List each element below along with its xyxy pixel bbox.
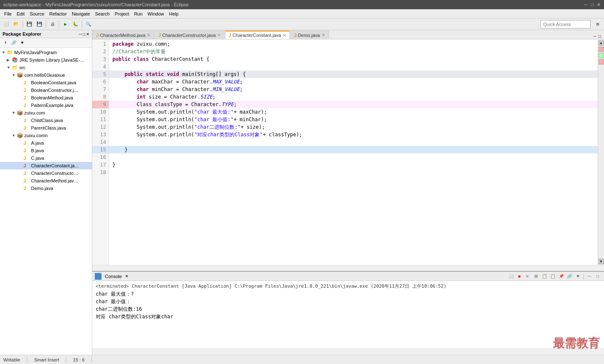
pe-close-icon[interactable]: ✕ (86, 32, 89, 36)
print-btn[interactable]: 🖨 (48, 20, 57, 29)
menu-item-edit[interactable]: Edit (14, 10, 27, 17)
code-line-15: } (109, 146, 598, 153)
rs-btn-bottom[interactable]: ▼ (599, 259, 604, 264)
tree-item-pkg-com[interactable]: ▼ 📦 com.hello01kuaixue (0, 71, 92, 79)
menu-bar: FileEditSourceRefactorNavigateSearchProj… (0, 9, 604, 18)
tree-item-CharacterConstant[interactable]: J CharacterConstant.ja… (0, 162, 92, 169)
tree-item-Demo[interactable]: J Demo.java (0, 185, 92, 192)
maximize-btn[interactable]: □ (591, 2, 594, 8)
tree-item-C[interactable]: J C.java (0, 154, 92, 162)
menu-item-project[interactable]: Project (112, 10, 131, 17)
tab-label-cm: CharacterMethod.java (100, 33, 145, 38)
code-line-4 (109, 63, 598, 70)
line-8: 8 (92, 93, 109, 101)
link-editor-btn[interactable]: 🔗 (10, 39, 18, 47)
console-terminated-text: <terminated> CharacterConstant [Java App… (96, 283, 601, 290)
new-btn[interactable]: ⬜ (2, 20, 11, 29)
editor-minimize-icon[interactable]: ─ (592, 34, 597, 39)
console-min-btn[interactable]: ─ (586, 273, 593, 280)
save-btn[interactable]: 💾 (25, 20, 34, 29)
quick-access-input[interactable] (540, 20, 591, 29)
pe-menu-btn[interactable]: ▼ (18, 39, 26, 47)
CharacterConstructor-label: CharacterConstructo… (31, 171, 78, 176)
console-btn4[interactable]: ⊞ (532, 273, 540, 280)
perspective-btn[interactable]: ⊞ (593, 20, 602, 29)
tab-close-cc[interactable]: ✕ (217, 33, 221, 37)
tab-close-demo[interactable]: ✕ (322, 33, 325, 37)
open-btn[interactable]: 📂 (12, 20, 21, 29)
tree-item-PaiternExample[interactable]: J PaiternExample.java (0, 101, 92, 109)
pe-tree: ▼ 📁 MyFirstJavaProgram ▶ 📚 JRE System Li… (0, 48, 92, 355)
rs-btn-3[interactable] (599, 53, 604, 58)
java-icon5: J (23, 118, 30, 123)
Demo-label: Demo.java (31, 186, 53, 191)
java-icon10: J (23, 163, 30, 168)
status-sep3 (91, 357, 92, 363)
tab-close-cconst[interactable]: ✕ (283, 33, 286, 38)
code-line-3: public class CharacterConstant { (109, 55, 598, 63)
tree-item-BooleanConstructor[interactable]: J BooleanConstructor.j… (0, 86, 92, 94)
clear-console-btn[interactable]: ⬜ (507, 273, 515, 280)
rs-btn-2[interactable] (599, 47, 604, 52)
tab-CharacterMethod[interactable]: J CharacterMethod.java ✕ (92, 31, 154, 39)
tab-Demo[interactable]: J Demo.java ✕ (290, 31, 329, 39)
line-4: 4 (92, 63, 109, 70)
search-btn[interactable]: 🔍 (84, 20, 93, 29)
tree-item-CharacterMethod[interactable]: J CharacterMethod.jav… (0, 177, 92, 185)
close-btn[interactable]: ✕ (597, 2, 601, 8)
tab-CharacterConstant[interactable]: J CharacterConstant.java ✕ (225, 31, 290, 39)
menu-item-source[interactable]: Source (27, 10, 47, 17)
tree-item-ChildClass[interactable]: J ChildClass.java (0, 117, 92, 124)
java-icon: J (23, 80, 30, 85)
pkg-com-icon: 📦 (17, 72, 23, 78)
code-content[interactable]: package zuixu.comn; //Character中的常量 publ… (109, 39, 598, 265)
console-more-btn[interactable]: ▼ (574, 273, 582, 280)
tree-item-pkg-zuixu-com[interactable]: ▼ 📦 zuixu.com (0, 109, 92, 117)
rs-btn-4[interactable] (599, 59, 604, 65)
console-btn5[interactable]: 📋 (541, 273, 548, 280)
pe-minimize-icon[interactable]: ─ (79, 32, 82, 36)
tree-item-BooleanMethod[interactable]: J BooleanMethod.java (0, 94, 92, 101)
menu-item-window[interactable]: Window (145, 10, 167, 17)
pe-maximize-icon[interactable]: □ (83, 32, 85, 36)
line-17: 17 (92, 161, 109, 169)
tab-close-cm[interactable]: ✕ (147, 33, 150, 37)
tree-item-BooleanConstant[interactable]: J BooleanConstant.java (0, 79, 92, 86)
console-tab-x[interactable]: ✕ (125, 274, 128, 278)
editor-maximize-icon[interactable]: □ (597, 34, 602, 39)
tree-item-ParentClass[interactable]: J ParentClass.java (0, 124, 92, 132)
tree-item-project[interactable]: ▼ 📁 MyFirstJavaProgram (0, 49, 92, 56)
tree-item-jre[interactable]: ▶ 📚 JRE System Library [JavaSE-… (0, 56, 92, 64)
tree-item-A[interactable]: J A.java (0, 139, 92, 147)
console-btn3[interactable]: ≡ (524, 273, 531, 280)
console-link-btn[interactable]: 🔗 (566, 273, 573, 280)
menu-item-help[interactable]: Help (167, 10, 181, 17)
menu-item-file[interactable]: File (2, 10, 14, 17)
debug-btn[interactable]: 🐛 (71, 20, 80, 29)
run-btn[interactable]: ▶ (61, 20, 70, 29)
menu-item-search[interactable]: Search (93, 10, 112, 17)
tab-CharacterConstructor[interactable]: J CharacterConstructor.java ✕ (154, 31, 224, 39)
console-btn6[interactable]: 📋 (549, 273, 557, 280)
tab-bar: J CharacterMethod.java ✕ J CharacterCons… (92, 30, 604, 39)
code-line-18 (109, 169, 598, 176)
tree-item-CharacterConstructor[interactable]: J CharacterConstructo… (0, 169, 92, 177)
tree-item-src[interactable]: ▼ 📁 src (0, 64, 92, 71)
terminate-btn[interactable]: ■ (515, 273, 523, 280)
rs-btn-1[interactable]: ▲ (599, 40, 604, 46)
menu-item-run[interactable]: Run (132, 10, 145, 17)
code-horizontal-scrollbar[interactable] (92, 265, 604, 271)
collapse-all-btn[interactable]: ⬆ (2, 39, 9, 47)
console-pin-btn[interactable]: 📌 (557, 273, 565, 280)
minimize-btn[interactable]: ─ (584, 2, 588, 8)
save-all-btn[interactable]: 💾 (35, 20, 44, 29)
tab-icon-demo: J (294, 33, 297, 38)
tree-item-B[interactable]: J B.java (0, 147, 92, 154)
right-sidebar: ▲ ▼ (598, 39, 604, 265)
tree-item-pkg-zuixu-comn[interactable]: ▼ 📦 zuixu.comn (0, 132, 92, 139)
menu-item-refactor[interactable]: Refactor (47, 10, 70, 17)
console-scrollbar[interactable] (92, 348, 604, 355)
menu-item-navigate[interactable]: Navigate (69, 10, 92, 17)
tab-icon-cconst: J (229, 33, 231, 38)
console-max-btn[interactable]: □ (594, 273, 601, 280)
